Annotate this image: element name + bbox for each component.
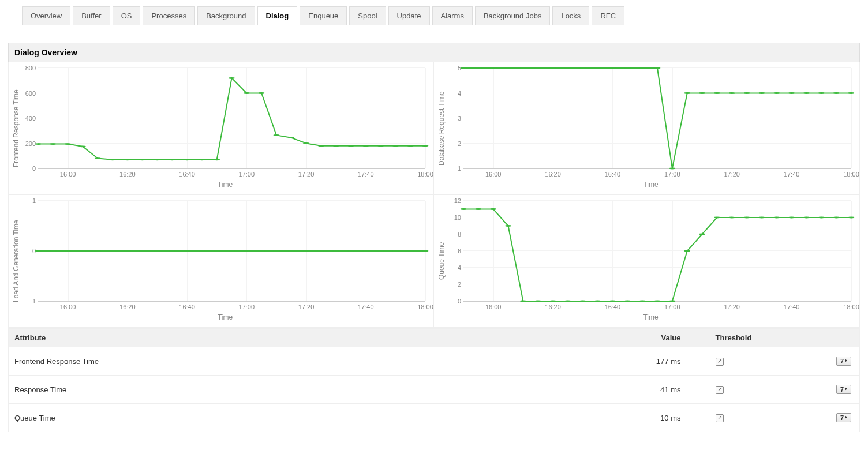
svg-point-36 — [594, 67, 601, 69]
col-actions — [820, 329, 860, 347]
col-attribute[interactable]: Attribute — [9, 329, 623, 347]
svg-point-27 — [461, 67, 467, 69]
chart-ylabel: Queue Time — [436, 197, 447, 325]
col-threshold[interactable]: Threshold — [704, 329, 820, 347]
svg-point-70 — [274, 250, 280, 252]
tab-dialog[interactable]: Dialog — [257, 6, 298, 25]
tab-buffer[interactable]: Buffer — [73, 6, 110, 25]
svg-point-92 — [624, 301, 631, 302]
tab-alarms[interactable]: Alarms — [432, 6, 473, 25]
svg-point-16 — [274, 134, 280, 136]
svg-point-7 — [139, 159, 145, 160]
svg-point-48 — [773, 92, 780, 94]
svg-point-5 — [110, 159, 116, 160]
threshold-config-icon[interactable] — [716, 414, 724, 422]
svg-point-91 — [609, 301, 616, 302]
history-button[interactable]: 7 — [836, 413, 851, 422]
table-row: Frontend Response Time177 ms7 — [9, 347, 860, 376]
svg-point-38 — [624, 67, 631, 69]
svg-point-40 — [654, 67, 661, 69]
svg-point-83 — [490, 208, 496, 210]
svg-point-98 — [714, 217, 720, 219]
chart-ylabel: Frontend Response Time — [11, 65, 21, 192]
svg-point-67 — [229, 250, 235, 252]
attr-name: Frontend Response Time — [9, 347, 623, 376]
svg-point-28 — [475, 67, 481, 69]
svg-point-61 — [139, 250, 145, 252]
svg-point-44 — [714, 92, 720, 94]
chart-xlabel: Time — [447, 181, 855, 189]
threshold-config-icon[interactable] — [716, 358, 724, 366]
history-button[interactable]: 7 — [836, 385, 851, 394]
svg-point-54 — [35, 250, 42, 252]
svg-point-95 — [669, 301, 675, 302]
chart-xlabel: Time — [447, 313, 855, 321]
svg-point-86 — [535, 301, 541, 302]
svg-point-56 — [65, 250, 71, 252]
chevron-right-icon — [845, 387, 847, 391]
tab-background-jobs[interactable]: Background Jobs — [475, 6, 550, 25]
col-value[interactable]: Value — [623, 329, 704, 347]
svg-point-66 — [214, 250, 220, 252]
svg-point-46 — [744, 92, 750, 94]
svg-point-13 — [229, 77, 235, 79]
plot-area[interactable]: 02468101216:0016:2016:4017:0017:2017:401… — [463, 201, 851, 302]
svg-point-51 — [818, 92, 825, 94]
svg-point-17 — [288, 137, 294, 138]
tab-enqueue[interactable]: Enqueue — [300, 6, 347, 25]
chart-0: Frontend Response Time020040060080016:00… — [9, 62, 434, 195]
history-button[interactable]: 7 — [836, 357, 851, 366]
tab-processes[interactable]: Processes — [143, 6, 195, 25]
svg-point-72 — [303, 250, 309, 252]
svg-point-34 — [565, 67, 571, 69]
svg-point-106 — [833, 217, 840, 219]
svg-point-88 — [565, 301, 571, 302]
tab-spool[interactable]: Spool — [349, 6, 386, 25]
svg-point-96 — [684, 250, 690, 252]
svg-point-35 — [579, 67, 586, 69]
svg-point-77 — [377, 250, 384, 252]
attr-name: Queue Time — [9, 404, 623, 432]
plot-area[interactable]: 020040060080016:0016:2016:4017:0017:2017… — [38, 68, 425, 169]
svg-point-93 — [639, 301, 646, 302]
plot-area[interactable]: 1234516:0016:2016:4017:0017:2017:4018:00 — [463, 68, 851, 169]
tab-os[interactable]: OS — [113, 6, 141, 25]
plot-area[interactable]: -10116:0016:2016:4017:0017:2017:4018:00 — [38, 201, 425, 302]
svg-point-32 — [535, 67, 541, 69]
attr-value: 41 ms — [623, 376, 704, 404]
chart-2: Load And Generation Time-10116:0016:2016… — [9, 195, 434, 328]
svg-point-25 — [407, 145, 414, 147]
svg-point-104 — [803, 217, 810, 219]
chart-xlabel: Time — [21, 313, 429, 321]
svg-point-74 — [333, 250, 339, 252]
svg-point-9 — [169, 159, 175, 160]
tab-locks[interactable]: Locks — [552, 6, 589, 25]
svg-point-105 — [818, 217, 825, 219]
threshold-config-icon[interactable] — [716, 386, 724, 394]
panel-title: Dialog Overview — [8, 43, 860, 62]
svg-point-30 — [505, 67, 511, 69]
svg-point-94 — [654, 301, 661, 302]
svg-point-33 — [550, 67, 556, 69]
chart-3: Queue Time02468101216:0016:2016:4017:001… — [434, 195, 859, 328]
svg-point-62 — [154, 250, 160, 252]
threshold-cell — [704, 347, 820, 376]
svg-point-24 — [392, 145, 399, 147]
svg-point-100 — [744, 217, 750, 219]
svg-point-85 — [520, 301, 526, 302]
svg-point-47 — [759, 92, 765, 94]
charts-grid: Frontend Response Time020040060080016:00… — [8, 62, 860, 328]
svg-point-64 — [184, 250, 190, 252]
tab-update[interactable]: Update — [388, 6, 430, 25]
tab-background[interactable]: Background — [197, 6, 255, 25]
threshold-cell — [704, 404, 820, 432]
svg-point-23 — [377, 145, 384, 147]
svg-point-84 — [505, 225, 511, 227]
svg-point-57 — [80, 250, 86, 252]
svg-point-39 — [639, 67, 646, 69]
tab-rfc[interactable]: RFC — [592, 6, 624, 25]
table-row: Queue Time10 ms7 — [9, 404, 860, 432]
tab-overview[interactable]: Overview — [22, 6, 70, 25]
svg-point-1 — [50, 143, 56, 145]
svg-point-69 — [259, 250, 265, 252]
